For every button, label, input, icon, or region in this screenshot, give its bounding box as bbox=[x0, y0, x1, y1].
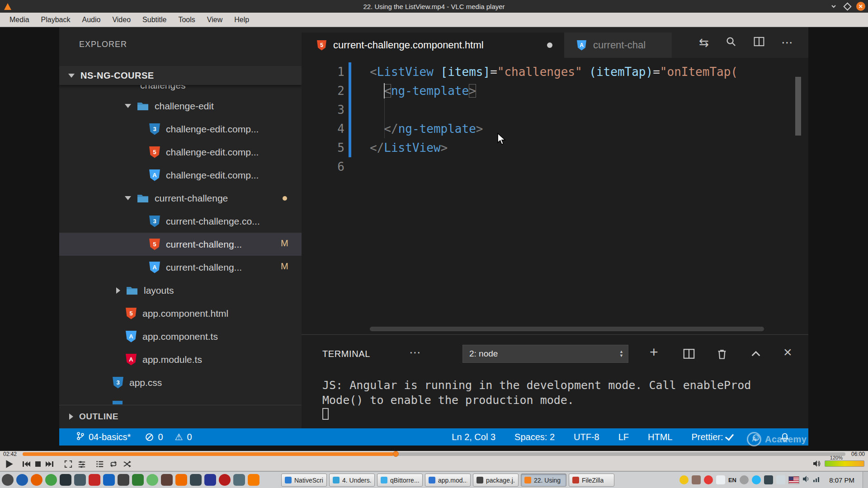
keyboard-layout-indicator[interactable]: EN bbox=[728, 475, 736, 484]
project-root-row[interactable]: NS-NG-COURSE bbox=[59, 66, 302, 85]
taskbar-window-vlc-active[interactable]: 22. Using ... bbox=[521, 474, 566, 487]
gimp-icon[interactable] bbox=[161, 474, 173, 486]
launcher-icon[interactable] bbox=[233, 474, 245, 486]
play-button[interactable] bbox=[4, 457, 14, 471]
tree-item-challenges-clipped[interactable]: challenges bbox=[59, 85, 302, 93]
split-terminal-icon[interactable] bbox=[683, 347, 695, 362]
volume-icon[interactable] bbox=[813, 460, 821, 469]
taskbar-window-appmodule[interactable]: app.mod... bbox=[425, 474, 471, 487]
launcher-icon[interactable] bbox=[118, 474, 129, 486]
tab-current-challenge-component-ts[interactable]: A current-chal bbox=[564, 33, 672, 58]
file-manager-icon[interactable] bbox=[74, 474, 86, 486]
vertical-scrollbar[interactable] bbox=[795, 77, 801, 136]
tray-icon[interactable] bbox=[704, 475, 713, 484]
volume-tray-icon[interactable] bbox=[802, 476, 810, 484]
tree-item-app-component-ts[interactable]: A app.component.ts bbox=[59, 325, 302, 348]
video-display[interactable]: EXPLORER NS-NG-COURSE challenges challen… bbox=[0, 27, 868, 451]
browser-icon[interactable] bbox=[16, 474, 28, 486]
unsaved-dot-icon[interactable] bbox=[547, 42, 552, 48]
taskbar-window-nativescript[interactable]: NativeScri... bbox=[281, 474, 327, 487]
eol-sequence[interactable]: LF bbox=[618, 432, 629, 442]
new-terminal-icon[interactable]: + bbox=[650, 345, 658, 359]
menu-help[interactable]: Help bbox=[228, 13, 255, 27]
tree-item-current-challenge-css[interactable]: 3 current-challenge.co... bbox=[59, 210, 302, 233]
extended-settings-button[interactable] bbox=[78, 457, 86, 471]
us-flag-icon[interactable] bbox=[788, 476, 799, 484]
taskbar-window-video[interactable]: 4. Unders... bbox=[329, 474, 375, 487]
tab-current-challenge-component-html[interactable]: 5 current-challenge.component.html bbox=[302, 33, 564, 58]
split-editor-icon[interactable] bbox=[753, 36, 765, 49]
close-button[interactable]: × bbox=[856, 2, 865, 11]
tree-item-current-challenge-ts[interactable]: A current-challeng... M bbox=[59, 256, 302, 279]
playlist-button[interactable] bbox=[96, 457, 104, 471]
launcher-icon[interactable] bbox=[175, 474, 187, 486]
previous-button[interactable] bbox=[22, 457, 31, 471]
minimize-button[interactable] bbox=[829, 2, 838, 11]
launcher-icon[interactable] bbox=[190, 474, 202, 486]
volume-slider[interactable] bbox=[825, 460, 864, 467]
network-tray-icon[interactable] bbox=[813, 476, 821, 484]
kill-terminal-icon[interactable] bbox=[716, 347, 728, 362]
seek-handle[interactable] bbox=[393, 451, 399, 457]
taskbar-window-filezilla[interactable]: FileZilla bbox=[569, 474, 614, 487]
terminal-selector[interactable]: 2: node ▲▼ bbox=[462, 345, 628, 363]
language-mode[interactable]: HTML bbox=[648, 432, 672, 442]
app-menu-icon[interactable] bbox=[2, 474, 14, 486]
keyboard-tray-icon[interactable] bbox=[764, 475, 773, 484]
launcher-icon[interactable] bbox=[146, 474, 158, 486]
clipboard-tray-icon[interactable] bbox=[776, 475, 785, 484]
show-desktop-button[interactable] bbox=[863, 472, 868, 488]
qbittorrent-tray-icon[interactable] bbox=[752, 475, 761, 484]
tree-item-challenge-edit[interactable]: challenge-edit bbox=[59, 94, 302, 117]
terminal-launcher-icon[interactable] bbox=[60, 474, 71, 486]
launcher-icon[interactable] bbox=[45, 474, 57, 486]
stop-button[interactable] bbox=[34, 457, 42, 471]
prettier-status[interactable]: Prettier: bbox=[691, 432, 731, 442]
taskbar-window-package[interactable]: package.j... bbox=[473, 474, 519, 487]
maximize-button[interactable] bbox=[843, 2, 852, 11]
menu-view[interactable]: View bbox=[201, 13, 228, 27]
git-branch-label[interactable]: 04-basics* bbox=[89, 432, 131, 442]
taskbar-window-qbittorrent[interactable]: qBittorre... bbox=[377, 474, 423, 487]
encoding[interactable]: UTF-8 bbox=[574, 432, 599, 442]
cursor-position[interactable]: Ln 2, Col 3 bbox=[452, 432, 495, 442]
loop-button[interactable] bbox=[109, 457, 118, 471]
shuffle-button[interactable] bbox=[123, 457, 131, 471]
launcher-icon[interactable] bbox=[132, 474, 144, 486]
launcher-icon[interactable] bbox=[248, 474, 259, 486]
close-panel-icon[interactable]: × bbox=[783, 345, 792, 359]
panel-more-icon[interactable]: ⋯ bbox=[409, 346, 421, 360]
menu-audio[interactable]: Audio bbox=[76, 13, 107, 27]
next-button[interactable] bbox=[45, 457, 54, 471]
search-icon[interactable] bbox=[725, 36, 737, 49]
tray-icon[interactable] bbox=[692, 475, 701, 484]
more-actions-icon[interactable]: ⋯ bbox=[781, 37, 793, 48]
fullscreen-button[interactable] bbox=[64, 457, 72, 471]
warnings-count[interactable]: 0 bbox=[187, 432, 192, 442]
tree-item-app-module-ts[interactable]: A app.module.ts bbox=[59, 348, 302, 371]
outline-section-header[interactable]: OUTLINE bbox=[59, 405, 302, 427]
tree-item-challenge-edit-ts[interactable]: A challenge-edit.comp... bbox=[59, 164, 302, 187]
terminal-tab[interactable]: TERMINAL bbox=[322, 349, 370, 359]
open-changes-icon[interactable]: ⇆ bbox=[699, 37, 709, 48]
launcher-icon[interactable] bbox=[204, 474, 216, 486]
tray-icon[interactable] bbox=[740, 475, 749, 484]
launcher-icon[interactable] bbox=[103, 474, 115, 486]
menu-tools[interactable]: Tools bbox=[172, 13, 201, 27]
menu-video[interactable]: Video bbox=[106, 13, 137, 27]
tray-icon[interactable] bbox=[679, 475, 689, 484]
tree-item-app-component-html[interactable]: 5 app.component.html bbox=[59, 302, 302, 325]
tray-icon[interactable] bbox=[716, 475, 725, 484]
taskbar-clock[interactable]: 8:07 PM bbox=[829, 472, 854, 488]
tree-item-app-css[interactable]: 3 app.css bbox=[59, 371, 302, 394]
maximize-panel-icon[interactable] bbox=[750, 347, 762, 362]
launcher-icon[interactable] bbox=[219, 474, 231, 486]
seek-slider[interactable] bbox=[23, 452, 845, 456]
tree-item-current-challenge[interactable]: current-challenge bbox=[59, 187, 302, 210]
errors-count[interactable]: 0 bbox=[158, 432, 163, 442]
tree-item-current-challenge-html-selected[interactable]: 5 current-challeng... M bbox=[59, 233, 302, 256]
launcher-icon[interactable] bbox=[89, 474, 100, 486]
tree-item-challenge-edit-html[interactable]: 5 challenge-edit.comp... bbox=[59, 141, 302, 164]
horizontal-scrollbar[interactable] bbox=[370, 327, 764, 331]
indentation[interactable]: Spaces: 2 bbox=[514, 432, 555, 442]
